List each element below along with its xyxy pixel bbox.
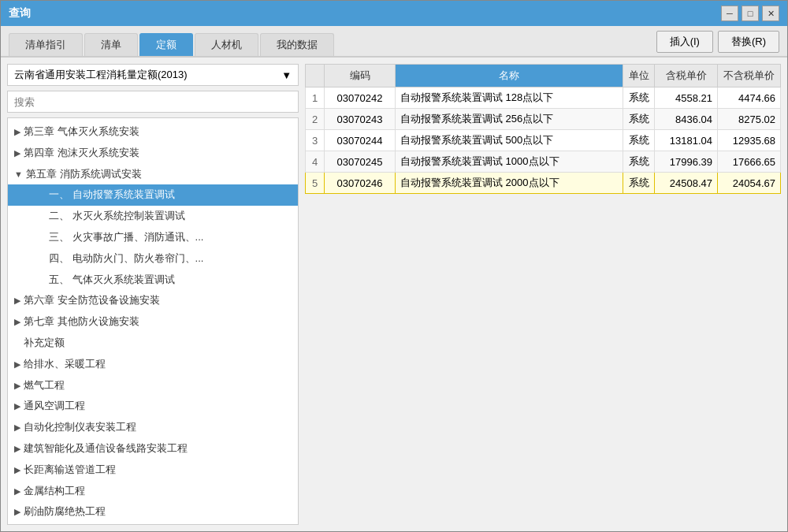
close-button[interactable]: ✕ <box>762 6 779 21</box>
tree-item[interactable]: ▶五、 气体灭火系统装置调试 <box>8 270 298 291</box>
cell-num: 5 <box>306 173 325 194</box>
tab-rencaiji[interactable]: 人材机 <box>195 33 258 56</box>
data-table: 编码 名称 单位 含税单价 不含税单价 1 03070242 自动报警系统装置调… <box>305 64 781 194</box>
tree-arrow-icon: ▶ <box>14 442 20 456</box>
tree-item[interactable]: ▶三、 火灾事故广播、消防通讯、... <box>8 227 298 248</box>
tree-item[interactable]: ▶第六章 安全防范设备设施安装 <box>8 290 298 311</box>
replace-button[interactable]: 替换(R) <box>718 31 779 53</box>
tree-item[interactable]: ▶自动化控制仪表安装工程 <box>8 417 298 438</box>
tree-item[interactable]: ▶补充定额 <box>8 333 298 354</box>
cell-name: 自动报警系统装置调试 128点以下 <box>396 87 623 109</box>
tree-item-label: 第六章 安全防范设备设施安装 <box>24 294 160 306</box>
cell-num: 2 <box>306 109 325 130</box>
tree-item-label: 通风空调工程 <box>24 400 85 411</box>
tree-item-label: 第三章 气体灭火系统安装 <box>24 125 139 137</box>
tree-arrow-icon: ▶ <box>14 463 20 478</box>
cell-code: 03070242 <box>325 87 396 109</box>
cell-name: 自动报警系统装置调试 500点以下 <box>396 130 623 151</box>
dropdown-value: 云南省通用安装工程消耗量定额(2013) <box>14 68 188 82</box>
tree-item-label: 三、 火灾事故广播、消防通讯、... <box>49 231 203 243</box>
search-input[interactable] <box>7 91 299 113</box>
tree-arrow-icon: ▶ <box>14 505 20 519</box>
tab-wode-shuju[interactable]: 我的数据 <box>260 33 334 56</box>
main-window: 查询 ─ □ ✕ 清单指引 清单 定额 人材机 我的数据 插入(I) 替换(R)… <box>0 0 788 532</box>
tree-item-label: 四、 电动防火门、防火卷帘门、... <box>49 252 203 264</box>
tree-item-label: 自动化控制仪表安装工程 <box>24 421 136 433</box>
tree-item[interactable]: ▶一、 自动报警系统装置调试 <box>8 184 298 206</box>
tree-arrow-icon: ▶ <box>14 358 20 372</box>
tree-area: ▶第三章 气体灭火系统安装▶第四章 泡沫灭火系统安装▼第五章 消防系统调试安装▶… <box>7 117 299 525</box>
table-row[interactable]: 2 03070243 自动报警系统装置调试 256点以下 系统 8436.04 … <box>306 109 781 130</box>
tree-item-label: 第七章 其他防火设施安装 <box>24 315 139 327</box>
tab-dinge[interactable]: 定额 <box>139 33 193 56</box>
tree-item-label: 长距离输送管道工程 <box>24 463 116 475</box>
maximize-button[interactable]: □ <box>742 6 759 21</box>
tree-item[interactable]: ▶给排水、采暖工程 <box>8 354 298 375</box>
cell-unit: 系统 <box>623 151 655 173</box>
tree-item[interactable]: ▶第三章 气体灭火系统安装 <box>8 121 298 143</box>
table-scroll[interactable]: 编码 名称 单位 含税单价 不含税单价 1 03070242 自动报警系统装置调… <box>305 64 781 525</box>
main-content: 云南省通用安装工程消耗量定额(2013) ▼ ▶第三章 气体灭火系统安装▶第四章… <box>1 58 787 531</box>
tree-item-label: 金属结构工程 <box>24 485 85 497</box>
cell-unit: 系统 <box>623 109 655 130</box>
table-row[interactable]: 1 03070242 自动报警系统装置调试 128点以下 系统 4558.21 … <box>306 87 781 109</box>
tree-item-label: 第四章 泡沫灭火系统安装 <box>24 147 139 158</box>
tree-item-label: 五、 气体灭火系统装置调试 <box>49 273 175 285</box>
table-row[interactable]: 3 03070244 自动报警系统装置调试 500点以下 系统 13181.04… <box>306 130 781 151</box>
cell-num: 3 <box>306 130 325 151</box>
tree-item[interactable]: ▶刷油防腐绝热工程 <box>8 501 298 523</box>
tree-arrow-icon: ▶ <box>14 421 20 435</box>
tree-item[interactable]: ▶长距离输送管道工程 <box>8 459 298 481</box>
minimize-button[interactable]: ─ <box>721 6 738 21</box>
tree-arrow-icon: ▶ <box>14 294 20 308</box>
tree-arrow-icon: ▶ <box>14 147 20 161</box>
tree-item[interactable]: ▶第四章 泡沫灭火系统安装 <box>8 143 298 164</box>
tree-item[interactable]: ▶四、 电动防火门、防火卷帘门、... <box>8 248 298 270</box>
tree-item[interactable]: ▼第五章 消防系统调试安装 <box>8 164 298 185</box>
tree-item[interactable]: ▶二、 水灭火系统控制装置调试 <box>8 206 298 227</box>
tree-item[interactable]: ▶燃气工程 <box>8 375 298 396</box>
tree-item-label: 建筑智能化及通信设备线路安装工程 <box>24 442 188 454</box>
tree-item-label: 第五章 消防系统调试安装 <box>26 168 142 180</box>
cell-price-tax: 8436.04 <box>655 109 718 130</box>
cell-code: 03070244 <box>325 130 396 151</box>
window-title: 查询 <box>9 6 31 20</box>
tab-qingdan-zhiyin[interactable]: 清单指引 <box>9 33 83 56</box>
cell-price-notax: 12935.68 <box>718 130 781 151</box>
cell-name: 自动报警系统装置调试 2000点以下 <box>396 173 623 194</box>
tree-item[interactable]: ▶第七章 其他防火设施安装 <box>8 311 298 333</box>
cell-unit: 系统 <box>623 87 655 109</box>
cell-name: 自动报警系统装置调试 1000点以下 <box>396 151 623 173</box>
tree-item[interactable]: ▶建筑智能化及通信设备线路安装工程 <box>8 438 298 459</box>
tree-item-label: 一、 自动报警系统装置调试 <box>49 188 175 200</box>
tree-arrow-icon: ▶ <box>14 379 20 393</box>
cell-price-tax: 17996.39 <box>655 151 718 173</box>
col-header-code: 编码 <box>325 65 396 87</box>
col-header-name: 名称 <box>396 65 623 87</box>
cell-price-notax: 8275.02 <box>718 109 781 130</box>
cell-num: 1 <box>306 87 325 109</box>
table-row[interactable]: 4 03070245 自动报警系统装置调试 1000点以下 系统 17996.3… <box>306 151 781 173</box>
cell-price-notax: 24054.67 <box>718 173 781 194</box>
tabs-row: 清单指引 清单 定额 人材机 我的数据 插入(I) 替换(R) <box>1 26 787 58</box>
tree-item-label: 二、 水灭火系统控制装置调试 <box>49 210 185 221</box>
tree-item-label: 给排水、采暖工程 <box>24 358 106 370</box>
left-panel: 云南省通用安装工程消耗量定额(2013) ▼ ▶第三章 气体灭火系统安装▶第四章… <box>7 64 299 525</box>
col-header-price-notax: 不含税单价 <box>718 65 781 87</box>
tree-item[interactable]: ▶通风空调工程 <box>8 396 298 417</box>
tree-item-label: 燃气工程 <box>24 379 65 391</box>
quota-dropdown[interactable]: 云南省通用安装工程消耗量定额(2013) ▼ <box>7 64 299 86</box>
dropdown-arrow-icon: ▼ <box>281 69 292 81</box>
insert-button[interactable]: 插入(I) <box>656 31 713 53</box>
tree-arrow-icon: ▶ <box>14 315 20 329</box>
cell-code: 03070246 <box>325 173 396 194</box>
col-header-num <box>306 65 325 87</box>
cell-price-tax: 24508.47 <box>655 173 718 194</box>
cell-name: 自动报警系统装置调试 256点以下 <box>396 109 623 130</box>
table-body: 1 03070242 自动报警系统装置调试 128点以下 系统 4558.21 … <box>306 87 781 194</box>
table-row[interactable]: 5 03070246 自动报警系统装置调试 2000点以下 系统 24508.4… <box>306 173 781 194</box>
tree-item[interactable]: ▶金属结构工程 <box>8 481 298 502</box>
tab-qingdan[interactable]: 清单 <box>84 33 138 56</box>
cell-price-tax: 13181.04 <box>655 130 718 151</box>
window-controls: ─ □ ✕ <box>721 6 779 21</box>
